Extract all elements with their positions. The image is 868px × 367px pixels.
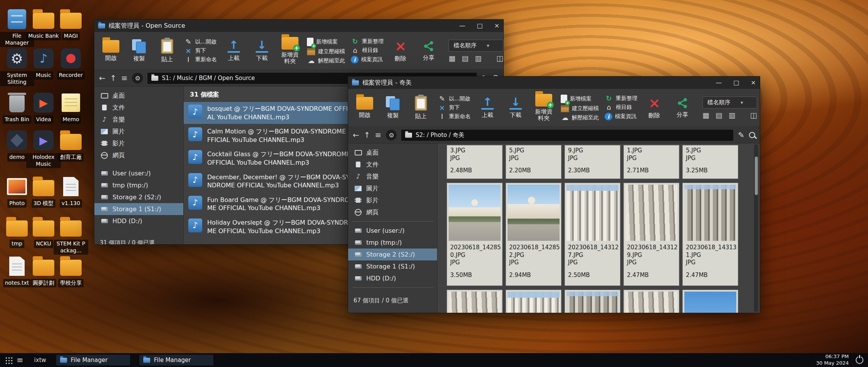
sidebar-item-tmp-drive[interactable]: tmp (tmp:/) xyxy=(94,179,183,191)
photo-item[interactable]: 5.JPGJPG3.25MB xyxy=(682,145,738,179)
sidebar-item-hdd[interactable]: HDD (D:/) xyxy=(94,215,183,227)
view-grid-button[interactable]: ▦ xyxy=(702,112,709,119)
view-grid-button[interactable]: ▦ xyxy=(449,55,456,62)
file-item[interactable]: ♪December, December! @ フリーBGM DOVA-SYNDR… xyxy=(184,170,365,192)
photo-item[interactable] xyxy=(682,290,738,313)
share-button[interactable]: 分享 xyxy=(417,40,440,62)
sort-order-dropdown[interactable]: 檔名順序▾ xyxy=(702,97,757,108)
copy-button[interactable]: 複製 xyxy=(382,96,404,119)
file-info-button[interactable]: i檔案資訊 xyxy=(351,56,384,63)
delete-button[interactable]: ×刪除 xyxy=(643,96,665,119)
search-icon[interactable] xyxy=(749,132,755,138)
menu-button[interactable]: ≡ xyxy=(375,131,382,139)
sidebar-item-web[interactable]: 網頁 xyxy=(94,149,183,161)
sidebar-item-pictures[interactable]: 圖片 xyxy=(348,182,437,194)
view-panel-button[interactable]: ◫ xyxy=(496,55,503,62)
open-button[interactable]: 開啟 xyxy=(354,97,376,119)
edit-path-button[interactable]: ✎ xyxy=(738,131,744,139)
taskbar-task-file-manager-2[interactable]: File Manager xyxy=(139,355,213,365)
sidebar-item-videos[interactable]: 影片 xyxy=(348,194,437,206)
open-with-button[interactable]: ✎以...開啟 xyxy=(184,38,217,45)
delete-button[interactable]: ×刪除 xyxy=(389,39,412,62)
open-button[interactable]: 開啟 xyxy=(100,40,122,62)
up-button[interactable]: ↑ xyxy=(364,131,370,139)
close-button[interactable]: × xyxy=(494,23,499,29)
taskbar-clock[interactable]: 06:37 PM 30 May 2024 xyxy=(816,354,849,367)
settings-gear-button[interactable]: ⚙ xyxy=(386,130,397,140)
sidebar-item-user-drive[interactable]: User (user:/) xyxy=(348,225,437,237)
sidebar-item-music[interactable]: ♪音樂 xyxy=(348,170,437,182)
photo-item[interactable] xyxy=(565,290,620,313)
create-archive-button[interactable]: 建立壓縮檔 xyxy=(307,48,345,55)
desktop-icon-stem-kit[interactable]: STEM Kit P ackag... xyxy=(54,215,88,255)
view-details-button[interactable]: ▥ xyxy=(475,55,482,62)
share-button[interactable]: 分享 xyxy=(671,97,694,118)
file-item[interactable]: ♪Fun Board Game @ フリーBGM DOVA-SYNDROME O… xyxy=(184,193,365,215)
sidebar-item-hdd[interactable]: HDD (D:/) xyxy=(348,272,437,284)
sidebar-item-tmp-drive[interactable]: tmp (tmp:/) xyxy=(348,237,437,249)
file-item[interactable]: ♪Calm Motion @ フリーBGM DOVA-SYNDROME OFFI… xyxy=(184,125,365,147)
titlebar[interactable]: 檔案管理員 - Open Source — □ × xyxy=(94,20,503,32)
view-details-button[interactable]: ▥ xyxy=(729,112,736,119)
back-button[interactable]: ← xyxy=(353,131,359,139)
desktop-icon-recorder[interactable]: Recorder xyxy=(54,47,88,80)
download-button[interactable]: ↓下載 xyxy=(251,40,273,62)
minimize-button[interactable]: — xyxy=(459,23,465,29)
cut-button[interactable]: ×剪下 xyxy=(184,47,217,54)
file-item[interactable]: ♪Holiday Overslept @ フリーBGM DOVA-SYNDROM… xyxy=(184,216,365,238)
refresh-button[interactable]: ↻重新整理 xyxy=(605,95,637,102)
paste-button[interactable]: 貼上 xyxy=(410,96,432,120)
download-button[interactable]: ↓下載 xyxy=(504,97,527,119)
cut-button[interactable]: ×剪下 xyxy=(438,104,471,111)
photo-item[interactable] xyxy=(506,290,561,313)
sidebar-item-storage1[interactable]: Storage 1 (S1:/) xyxy=(348,260,437,272)
create-archive-button[interactable]: 建立壓縮檔 xyxy=(561,105,599,112)
back-button[interactable]: ← xyxy=(99,74,106,82)
desktop-icon-v1130[interactable]: v1.130 xyxy=(54,175,88,208)
file-info-button[interactable]: i檔案資訊 xyxy=(605,113,637,120)
sidebar-item-desktop[interactable]: 桌面 xyxy=(348,147,437,158)
window-list-icon[interactable]: ≡ xyxy=(17,356,23,364)
photo-item[interactable]: 20230618_142852.JPGJPG2.94MB xyxy=(506,183,561,286)
extract-here-button[interactable]: ☁解壓縮至此 xyxy=(307,57,345,64)
desktop-icon-school-share[interactable]: 學校分享 xyxy=(54,255,88,287)
file-item[interactable]: ♪bosquet @ フリーBGM DOVA-SYNDROME OFFICIAL… xyxy=(184,102,365,124)
power-icon[interactable] xyxy=(856,356,863,364)
photo-item[interactable] xyxy=(447,290,503,313)
desktop-icon-memo[interactable]: Memo xyxy=(54,91,88,124)
view-list-button[interactable]: ▤ xyxy=(716,112,722,119)
sidebar-item-storage1[interactable]: Storage 1 (S1:/) xyxy=(94,203,183,215)
photo-item[interactable]: 3.JPGJPG2.48MB xyxy=(447,145,503,179)
photo-item[interactable]: 5.JPGJPG2.20MB xyxy=(506,145,561,179)
sort-order-dropdown[interactable]: 檔名順序▾ xyxy=(449,40,503,52)
photo-item[interactable]: 20230618_143131.JPGJPG2.47MB xyxy=(682,183,738,286)
photo-item[interactable]: 20230618_142850.JPGJPG3.50MB xyxy=(447,183,503,286)
new-folder-button[interactable]: 新增資料夾 xyxy=(533,94,555,122)
maximize-button[interactable]: □ xyxy=(733,80,739,86)
close-button[interactable]: × xyxy=(751,80,756,86)
path-input[interactable]: S2: / Photo / 奇美 xyxy=(401,130,733,141)
photo-item[interactable]: 20230618_143127.JPGJPG2.50MB xyxy=(565,183,620,286)
titlebar[interactable]: 檔案管理員 - 奇美 — □ × xyxy=(348,77,760,89)
upload-button[interactable]: ↑上載 xyxy=(223,40,245,62)
sidebar-item-music[interactable]: ♪音樂 xyxy=(94,113,183,125)
sidebar-item-storage2[interactable]: Storage 2 (S2:/) xyxy=(94,191,183,203)
vertical-scrollbar[interactable] xyxy=(754,144,758,312)
desktop-icon-magi[interactable]: MAGI xyxy=(54,8,88,40)
maximize-button[interactable]: □ xyxy=(477,23,483,29)
sidebar-item-pictures[interactable]: 圖片 xyxy=(94,125,183,137)
view-panel-button[interactable]: ◫ xyxy=(750,112,757,119)
refresh-button[interactable]: ↻重新整理 xyxy=(351,38,384,45)
sidebar-item-user-drive[interactable]: User (user:/) xyxy=(94,167,183,179)
desktop-icon-chuangyu[interactable]: 創育工廠 xyxy=(54,129,88,162)
open-with-button[interactable]: ✎以...開啟 xyxy=(438,95,471,102)
copy-button[interactable]: 複製 xyxy=(128,39,150,62)
taskbar-task-file-manager-1[interactable]: File Manager xyxy=(56,355,130,365)
sidebar-item-desktop[interactable]: 桌面 xyxy=(94,90,183,102)
root-button[interactable]: ⌂根目錄 xyxy=(351,47,384,54)
rename-button[interactable]: I重新命名 xyxy=(438,113,471,120)
rename-button[interactable]: I重新命名 xyxy=(184,56,217,63)
sidebar-item-documents[interactable]: 文件 xyxy=(94,102,183,113)
upload-button[interactable]: ↑上載 xyxy=(476,97,499,119)
view-list-button[interactable]: ▤ xyxy=(462,55,469,62)
